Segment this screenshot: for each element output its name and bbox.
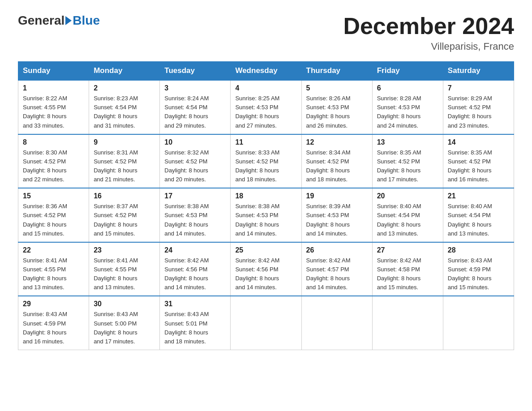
day-info: Sunrise: 8:37 AM Sunset: 4:52 PM Dayligh… — [94, 202, 155, 238]
day-info: Sunrise: 8:42 AM Sunset: 4:56 PM Dayligh… — [235, 256, 296, 292]
calendar-week-row: 1Sunrise: 8:22 AM Sunset: 4:55 PM Daylig… — [18, 80, 514, 134]
calendar-cell: 27Sunrise: 8:42 AM Sunset: 4:58 PM Dayli… — [372, 242, 443, 296]
day-info: Sunrise: 8:33 AM Sunset: 4:52 PM Dayligh… — [235, 148, 296, 184]
day-number: 22 — [23, 246, 84, 254]
calendar-week-row: 29Sunrise: 8:43 AM Sunset: 4:59 PM Dayli… — [18, 296, 514, 350]
calendar-cell: 25Sunrise: 8:42 AM Sunset: 4:56 PM Dayli… — [231, 242, 301, 296]
day-info: Sunrise: 8:41 AM Sunset: 4:55 PM Dayligh… — [23, 256, 84, 292]
day-info: Sunrise: 8:40 AM Sunset: 4:54 PM Dayligh… — [377, 202, 438, 238]
day-number: 20 — [377, 192, 438, 200]
header-saturday: Saturday — [443, 62, 514, 81]
day-info: Sunrise: 8:32 AM Sunset: 4:52 PM Dayligh… — [164, 148, 226, 184]
calendar-week-row: 15Sunrise: 8:36 AM Sunset: 4:52 PM Dayli… — [18, 188, 514, 242]
day-info: Sunrise: 8:43 AM Sunset: 4:59 PM Dayligh… — [448, 256, 509, 292]
day-number: 14 — [448, 138, 509, 146]
day-number: 29 — [23, 300, 84, 308]
day-number: 23 — [94, 246, 155, 254]
location-label: Villeparisis, France — [343, 41, 514, 52]
calendar-cell: 26Sunrise: 8:42 AM Sunset: 4:57 PM Dayli… — [301, 242, 372, 296]
day-number: 13 — [377, 138, 438, 146]
day-number: 1 — [23, 84, 84, 92]
calendar-cell: 13Sunrise: 8:35 AM Sunset: 4:52 PM Dayli… — [372, 134, 443, 188]
calendar-header-row: SundayMondayTuesdayWednesdayThursdayFrid… — [18, 62, 514, 81]
day-info: Sunrise: 8:24 AM Sunset: 4:54 PM Dayligh… — [164, 94, 226, 130]
day-number: 15 — [23, 192, 84, 200]
day-number: 16 — [94, 192, 155, 200]
day-number: 28 — [448, 246, 509, 254]
logo: General Blue — [18, 13, 100, 28]
calendar-table: SundayMondayTuesdayWednesdayThursdayFrid… — [18, 61, 514, 350]
calendar-cell — [231, 296, 301, 350]
day-info: Sunrise: 8:43 AM Sunset: 5:00 PM Dayligh… — [94, 310, 155, 346]
day-info: Sunrise: 8:40 AM Sunset: 4:54 PM Dayligh… — [448, 202, 509, 238]
day-info: Sunrise: 8:26 AM Sunset: 4:53 PM Dayligh… — [306, 94, 368, 130]
day-number: 3 — [164, 84, 226, 92]
header-tuesday: Tuesday — [160, 62, 231, 81]
day-info: Sunrise: 8:42 AM Sunset: 4:56 PM Dayligh… — [164, 256, 226, 292]
day-number: 26 — [306, 246, 368, 254]
day-number: 19 — [306, 192, 368, 200]
day-info: Sunrise: 8:23 AM Sunset: 4:54 PM Dayligh… — [94, 94, 155, 130]
header-monday: Monday — [89, 62, 160, 81]
calendar-cell: 7Sunrise: 8:29 AM Sunset: 4:52 PM Daylig… — [443, 80, 514, 134]
calendar-cell: 6Sunrise: 8:28 AM Sunset: 4:53 PM Daylig… — [372, 80, 443, 134]
day-info: Sunrise: 8:43 AM Sunset: 5:01 PM Dayligh… — [164, 310, 226, 346]
day-number: 6 — [377, 84, 438, 92]
day-number: 24 — [164, 246, 226, 254]
calendar-cell: 21Sunrise: 8:40 AM Sunset: 4:54 PM Dayli… — [443, 188, 514, 242]
day-info: Sunrise: 8:42 AM Sunset: 4:58 PM Dayligh… — [377, 256, 438, 292]
day-info: Sunrise: 8:34 AM Sunset: 4:52 PM Dayligh… — [306, 148, 368, 184]
calendar-cell: 31Sunrise: 8:43 AM Sunset: 5:01 PM Dayli… — [160, 296, 231, 350]
calendar-cell: 8Sunrise: 8:30 AM Sunset: 4:52 PM Daylig… — [18, 134, 89, 188]
header-thursday: Thursday — [301, 62, 372, 81]
calendar-cell: 19Sunrise: 8:39 AM Sunset: 4:53 PM Dayli… — [301, 188, 372, 242]
day-info: Sunrise: 8:38 AM Sunset: 4:53 PM Dayligh… — [164, 202, 226, 238]
calendar-cell: 18Sunrise: 8:38 AM Sunset: 4:53 PM Dayli… — [231, 188, 301, 242]
day-number: 17 — [164, 192, 226, 200]
day-info: Sunrise: 8:31 AM Sunset: 4:52 PM Dayligh… — [94, 148, 155, 184]
calendar-cell: 12Sunrise: 8:34 AM Sunset: 4:52 PM Dayli… — [301, 134, 372, 188]
calendar-cell — [372, 296, 443, 350]
header-friday: Friday — [372, 62, 443, 81]
calendar-week-row: 22Sunrise: 8:41 AM Sunset: 4:55 PM Dayli… — [18, 242, 514, 296]
calendar-cell: 24Sunrise: 8:42 AM Sunset: 4:56 PM Dayli… — [160, 242, 231, 296]
day-info: Sunrise: 8:39 AM Sunset: 4:53 PM Dayligh… — [306, 202, 368, 238]
calendar-cell — [301, 296, 372, 350]
header-wednesday: Wednesday — [231, 62, 301, 81]
day-info: Sunrise: 8:42 AM Sunset: 4:57 PM Dayligh… — [306, 256, 368, 292]
calendar-cell: 9Sunrise: 8:31 AM Sunset: 4:52 PM Daylig… — [89, 134, 160, 188]
calendar-cell: 17Sunrise: 8:38 AM Sunset: 4:53 PM Dayli… — [160, 188, 231, 242]
logo-arrow-icon — [65, 16, 72, 25]
day-number: 30 — [94, 300, 155, 308]
calendar-week-row: 8Sunrise: 8:30 AM Sunset: 4:52 PM Daylig… — [18, 134, 514, 188]
day-info: Sunrise: 8:28 AM Sunset: 4:53 PM Dayligh… — [377, 94, 438, 130]
calendar-cell: 30Sunrise: 8:43 AM Sunset: 5:00 PM Dayli… — [89, 296, 160, 350]
calendar-cell: 29Sunrise: 8:43 AM Sunset: 4:59 PM Dayli… — [18, 296, 89, 350]
day-info: Sunrise: 8:43 AM Sunset: 4:59 PM Dayligh… — [23, 310, 84, 346]
calendar-cell: 23Sunrise: 8:41 AM Sunset: 4:55 PM Dayli… — [89, 242, 160, 296]
day-number: 4 — [235, 84, 296, 92]
day-info: Sunrise: 8:29 AM Sunset: 4:52 PM Dayligh… — [448, 94, 509, 130]
day-number: 18 — [235, 192, 296, 200]
header-sunday: Sunday — [18, 62, 89, 81]
calendar-cell: 4Sunrise: 8:25 AM Sunset: 4:53 PM Daylig… — [231, 80, 301, 134]
calendar-cell — [443, 296, 514, 350]
day-number: 2 — [94, 84, 155, 92]
calendar-cell: 22Sunrise: 8:41 AM Sunset: 4:55 PM Dayli… — [18, 242, 89, 296]
day-number: 31 — [164, 300, 226, 308]
day-info: Sunrise: 8:36 AM Sunset: 4:52 PM Dayligh… — [23, 202, 84, 238]
calendar-cell: 5Sunrise: 8:26 AM Sunset: 4:53 PM Daylig… — [301, 80, 372, 134]
day-info: Sunrise: 8:35 AM Sunset: 4:52 PM Dayligh… — [377, 148, 438, 184]
day-number: 7 — [448, 84, 509, 92]
day-info: Sunrise: 8:25 AM Sunset: 4:53 PM Dayligh… — [235, 94, 296, 130]
day-number: 27 — [377, 246, 438, 254]
calendar-cell: 2Sunrise: 8:23 AM Sunset: 4:54 PM Daylig… — [89, 80, 160, 134]
day-number: 21 — [448, 192, 509, 200]
day-number: 25 — [235, 246, 296, 254]
calendar-cell: 10Sunrise: 8:32 AM Sunset: 4:52 PM Dayli… — [160, 134, 231, 188]
calendar-cell: 15Sunrise: 8:36 AM Sunset: 4:52 PM Dayli… — [18, 188, 89, 242]
day-info: Sunrise: 8:30 AM Sunset: 4:52 PM Dayligh… — [23, 148, 84, 184]
day-info: Sunrise: 8:22 AM Sunset: 4:55 PM Dayligh… — [23, 94, 84, 130]
day-number: 11 — [235, 138, 296, 146]
day-number: 5 — [306, 84, 368, 92]
